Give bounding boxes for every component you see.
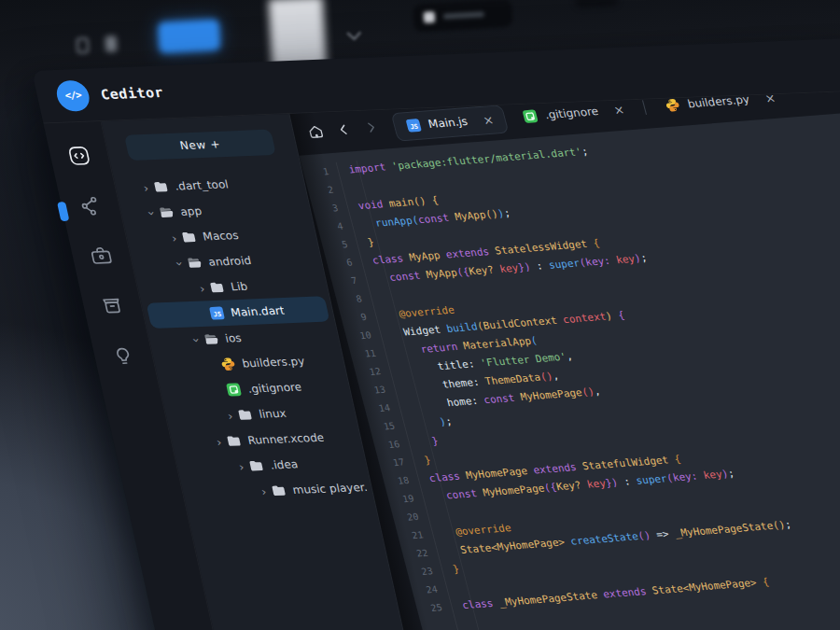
folder-file-icon	[247, 458, 265, 473]
tree-item-label: music player.proj	[291, 481, 368, 497]
folder-file-icon	[180, 230, 198, 245]
rail-item-projects[interactable]	[78, 238, 124, 276]
rail-item-archive[interactable]	[90, 288, 135, 327]
blurred-pill-icon	[424, 11, 436, 23]
tree-item-label: linux	[258, 407, 287, 421]
line-number: 6	[325, 254, 355, 274]
tree-item-label: Runner.xcode	[246, 431, 325, 447]
forward-button[interactable]	[356, 116, 385, 141]
rail-item-branches[interactable]	[68, 189, 114, 227]
folder-file-icon	[152, 179, 170, 194]
blurred-dark-pill	[413, 0, 513, 32]
line-number: 2	[306, 181, 336, 202]
blurred-icon	[77, 37, 90, 54]
blurred-pill-text	[443, 11, 484, 19]
line-number: 25	[414, 598, 444, 619]
line-number: 12	[354, 362, 384, 383]
folder-file-icon	[208, 280, 226, 295]
tree-item-label: .gitignore	[246, 381, 302, 396]
line-number: 7	[329, 272, 359, 292]
line-number: 13	[358, 381, 388, 401]
line-number: 17	[377, 454, 407, 474]
line-number: 20	[391, 508, 421, 528]
window-content: </> Ceditor New + ›.dart_tool›app›Macos›…	[32, 37, 840, 630]
git-file-icon	[225, 382, 243, 397]
tab-label: .gitignore	[543, 105, 599, 121]
line-number: 11	[349, 344, 379, 365]
line-number: 8	[334, 290, 364, 311]
tree-item-label: .idea	[269, 458, 300, 472]
rail-item-ideas[interactable]	[101, 339, 147, 377]
blurred-icon	[105, 35, 118, 52]
line-number: 9	[339, 308, 369, 329]
close-icon[interactable]: ×	[482, 113, 495, 125]
main-layout: New + ›.dart_tool›app›Macos›android›LibJ…	[43, 91, 840, 630]
folder-open-file-icon	[186, 255, 203, 270]
tab-separator	[642, 100, 647, 115]
line-number: 14	[363, 399, 393, 419]
tree-item-label: builders.py	[241, 355, 306, 370]
line-number: 18	[382, 471, 412, 492]
line-number: 16	[372, 435, 402, 455]
line-number: 21	[396, 526, 426, 547]
line-number: 3	[311, 199, 341, 219]
stage: </> Ceditor New + ›.dart_tool›app›Macos›…	[0, 0, 840, 630]
folder-file-icon	[270, 483, 287, 498]
app-title: Ceditor	[99, 84, 165, 103]
tree-item-label: Macos	[202, 229, 240, 243]
line-number: 15	[368, 417, 398, 438]
blurred-blue-button	[158, 19, 221, 54]
back-button[interactable]	[329, 119, 358, 144]
line-number: 10	[343, 327, 373, 347]
home-icon	[304, 122, 327, 144]
blurred-dark-pill	[574, 0, 618, 8]
briefcase-icon	[87, 244, 116, 270]
rail-item-editor[interactable]	[57, 138, 103, 176]
line-number: 1	[301, 162, 331, 183]
chevron-left-icon	[333, 121, 354, 141]
folder-open-file-icon	[158, 204, 175, 219]
close-icon[interactable]: ×	[612, 104, 625, 116]
tree-item-label: android	[207, 254, 253, 268]
editor-window: </> Ceditor New + ›.dart_tool›app›Macos›…	[32, 37, 840, 630]
tab-main-js[interactable]: JSMain.js×	[391, 105, 510, 141]
archive-icon	[98, 294, 127, 320]
folder-file-icon	[236, 407, 254, 422]
tree-item-label: .dart_tool	[174, 178, 230, 193]
svg-text:JS: JS	[213, 311, 222, 318]
folder-open-file-icon	[203, 331, 220, 346]
code-icon	[65, 144, 94, 170]
chevron-down-icon[interactable]: ›	[172, 256, 187, 271]
line-number: 19	[386, 490, 416, 511]
chevron-right-icon	[361, 119, 382, 139]
line-number: 22	[400, 544, 430, 565]
app-logo code-slash-icon: </>	[53, 79, 91, 112]
python-file-icon	[219, 357, 237, 371]
tab-label: Main.js	[427, 115, 469, 131]
git-file-icon	[521, 108, 539, 124]
tree-item-label: Lib	[230, 280, 249, 293]
home-button[interactable]	[301, 120, 330, 146]
js-file-icon: JS	[404, 118, 423, 133]
line-number: 5	[320, 235, 350, 256]
tree-item-label: Main.dart	[230, 304, 286, 319]
folder-file-icon	[225, 433, 243, 448]
python-file-icon	[664, 97, 682, 113]
chevron-down-icon[interactable]: ›	[144, 205, 159, 220]
tree-item-label: ios	[224, 331, 243, 344]
tree-item-label: app	[179, 204, 203, 218]
blurred-chevron-icon	[346, 26, 361, 41]
new-file-button[interactable]: New +	[124, 130, 276, 161]
line-number: 4	[315, 217, 345, 238]
js-file-icon: JS	[208, 305, 226, 320]
lightbulb-icon	[109, 344, 138, 371]
line-number: 23	[405, 562, 435, 582]
chevron-down-icon[interactable]: ›	[189, 332, 203, 347]
line-number: 24	[410, 581, 440, 601]
svg-text:JS: JS	[410, 123, 419, 131]
branch-icon	[76, 194, 105, 220]
